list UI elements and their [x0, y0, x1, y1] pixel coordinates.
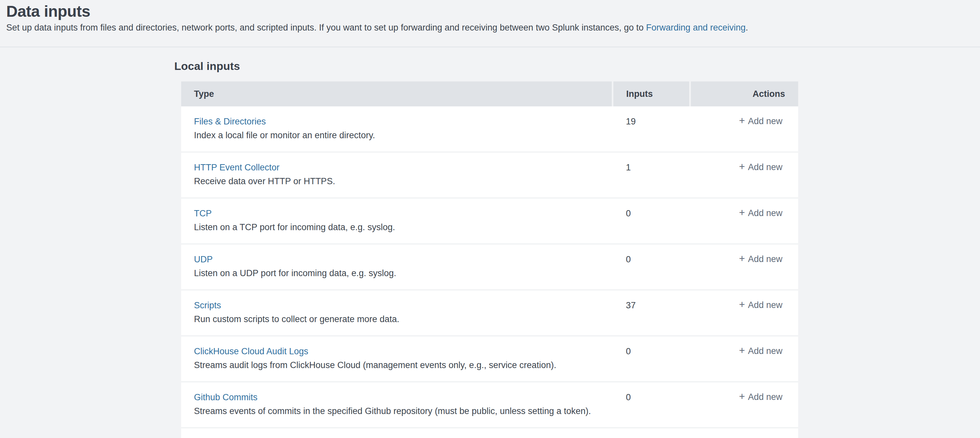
- add-new-link[interactable]: +Add new: [739, 346, 783, 357]
- table-row: HTTP Event Collector Receive data over H…: [181, 152, 798, 198]
- column-header-actions: Actions: [691, 81, 798, 107]
- input-type-link[interactable]: TCP: [194, 208, 212, 219]
- inputs-count: 0: [626, 392, 631, 403]
- table-row: ClickHouse Cloud Audit Logs Streams audi…: [181, 336, 798, 382]
- page-title: Data inputs: [6, 2, 980, 21]
- input-type-link[interactable]: UDP: [194, 254, 213, 264]
- input-type-link[interactable]: Scripts: [194, 300, 221, 311]
- input-type-description: Listen on a UDP port for incoming data, …: [194, 268, 396, 279]
- add-new-link[interactable]: +Add new: [739, 116, 783, 127]
- table-header: Type Inputs Actions: [181, 81, 798, 107]
- page-header: Data inputs Set up data inputs from file…: [0, 0, 980, 47]
- input-type-description: Run custom scripts to collect or generat…: [194, 314, 399, 324]
- add-new-label: Add new: [748, 207, 783, 219]
- add-new-label: Add new: [748, 116, 783, 127]
- main-content: Local inputs Type Inputs Actions Files &…: [0, 59, 980, 438]
- input-type-description: Index a local file or monitor an entire …: [194, 130, 375, 140]
- subtitle-period: .: [746, 23, 748, 32]
- input-type-description: Streams events of commits in the specifi…: [194, 406, 591, 416]
- subtitle-text: Set up data inputs from files and direct…: [6, 23, 646, 32]
- table-body: Files & Directories Index a local file o…: [181, 107, 798, 428]
- add-new-label: Add new: [748, 253, 783, 264]
- input-type-description: Listen on a TCP port for incoming data, …: [194, 222, 395, 233]
- input-type-description: Streams audit logs from ClickHouse Cloud…: [194, 360, 556, 370]
- inputs-count: 0: [626, 254, 631, 264]
- add-new-link[interactable]: +Add new: [739, 162, 783, 173]
- table-row: Scripts Run custom scripts to collect or…: [181, 290, 798, 336]
- column-header-inputs: Inputs: [613, 81, 689, 107]
- plus-icon: +: [739, 345, 745, 356]
- input-type-link[interactable]: HTTP Event Collector: [194, 162, 280, 173]
- add-new-link[interactable]: +Add new: [739, 391, 783, 403]
- table-row: Github Commits Streams events of commits…: [181, 382, 798, 428]
- forwarding-receiving-link[interactable]: Forwarding and receiving: [646, 23, 746, 32]
- add-new-label: Add new: [748, 346, 783, 357]
- add-new-link[interactable]: +Add new: [739, 253, 783, 264]
- table-row: TCP Listen on a TCP port for incoming da…: [181, 198, 798, 244]
- page-subtitle: Set up data inputs from files and direct…: [6, 22, 980, 33]
- inputs-count: 37: [626, 300, 636, 311]
- local-inputs-table: Type Inputs Actions Files & Directories …: [181, 81, 798, 438]
- input-type-description: Receive data over HTTP or HTTPS.: [194, 176, 335, 186]
- add-new-label: Add new: [748, 391, 783, 403]
- plus-icon: +: [739, 299, 745, 310]
- plus-icon: +: [739, 207, 745, 218]
- plus-icon: +: [739, 253, 745, 264]
- inputs-count: 19: [626, 116, 636, 127]
- add-new-link[interactable]: +Add new: [739, 299, 783, 311]
- partial-row: [181, 428, 798, 438]
- table-row: UDP Listen on a UDP port for incoming da…: [181, 244, 798, 290]
- section-heading: Local inputs: [174, 59, 980, 73]
- add-new-label: Add new: [748, 299, 783, 311]
- plus-icon: +: [739, 391, 745, 402]
- table-row: Files & Directories Index a local file o…: [181, 107, 798, 152]
- input-type-link[interactable]: Github Commits: [194, 392, 258, 403]
- inputs-count: 0: [626, 208, 631, 219]
- plus-icon: +: [739, 161, 745, 172]
- plus-icon: +: [739, 115, 745, 126]
- column-header-type: Type: [181, 81, 612, 107]
- inputs-count: 1: [626, 162, 631, 173]
- input-type-link[interactable]: Files & Directories: [194, 116, 266, 127]
- add-new-link[interactable]: +Add new: [739, 207, 783, 219]
- add-new-label: Add new: [748, 162, 783, 173]
- input-type-link[interactable]: ClickHouse Cloud Audit Logs: [194, 346, 308, 357]
- inputs-count: 0: [626, 346, 631, 357]
